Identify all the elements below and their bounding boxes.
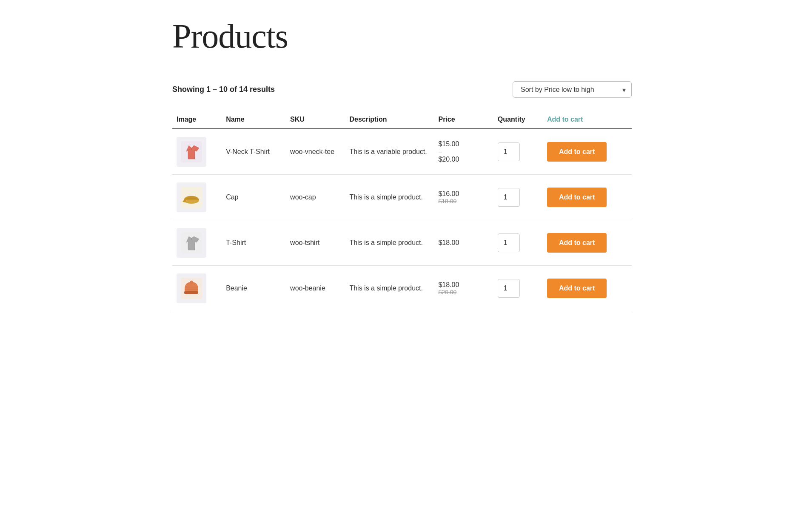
col-header-description: Description: [345, 111, 434, 129]
product-price-cell: $16.00$18.00: [434, 175, 493, 220]
table-row: Capwoo-capThis is a simple product.$16.0…: [172, 175, 632, 220]
add-to-cart-button[interactable]: Add to cart: [547, 188, 607, 207]
col-header-name: Name: [222, 111, 286, 129]
product-image-cell: [172, 266, 222, 311]
product-description: This is a simple product.: [345, 175, 434, 220]
price-range-low: $15.00: [438, 140, 459, 148]
quantity-input[interactable]: [498, 279, 520, 298]
price-range-high: $20.00: [438, 156, 459, 163]
price-range-sep: –: [438, 148, 442, 155]
product-image: [177, 228, 206, 258]
header-row: Image Name SKU Description Price Quantit…: [172, 111, 632, 129]
product-price-cell: $18.00: [434, 220, 493, 266]
table-row: Beaniewoo-beanieThis is a simple product…: [172, 266, 632, 311]
product-description: This is a variable product.: [345, 129, 434, 175]
add-to-cart-button[interactable]: Add to cart: [547, 233, 607, 253]
table-row: T-Shirtwoo-tshirtThis is a simple produc…: [172, 220, 632, 266]
product-description: This is a simple product.: [345, 220, 434, 266]
col-header-image: Image: [172, 111, 222, 129]
svg-rect-3: [187, 198, 196, 199]
product-description: This is a simple product.: [345, 266, 434, 311]
add-to-cart-cell: Add to cart: [543, 129, 632, 175]
product-image: [177, 182, 206, 212]
page-title: Products: [172, 17, 632, 56]
add-to-cart-button[interactable]: Add to cart: [547, 279, 607, 298]
quantity-input[interactable]: [498, 188, 520, 207]
col-header-add-to-cart: Add to cart: [543, 111, 632, 129]
product-qty-cell: [493, 129, 543, 175]
add-to-cart-cell: Add to cart: [543, 266, 632, 311]
product-price-cell: $15.00–$20.00: [434, 129, 493, 175]
product-qty-cell: [493, 175, 543, 220]
product-sku: woo-tshirt: [286, 220, 345, 266]
products-table: Image Name SKU Description Price Quantit…: [172, 111, 632, 311]
sort-select[interactable]: Sort by Price low to highSort by Price h…: [513, 81, 632, 98]
page-wrapper: Products Showing 1 – 10 of 14 results So…: [147, 0, 657, 328]
add-to-cart-cell: Add to cart: [543, 220, 632, 266]
svg-point-7: [190, 281, 193, 283]
product-price-current: $18.00: [438, 281, 489, 289]
quantity-input[interactable]: [498, 233, 520, 252]
product-name: T-Shirt: [222, 220, 286, 266]
table-header: Image Name SKU Description Price Quantit…: [172, 111, 632, 129]
product-image: [177, 137, 206, 167]
product-sku: woo-beanie: [286, 266, 345, 311]
svg-rect-6: [184, 291, 198, 294]
product-price-range: $15.00–$20.00: [438, 140, 489, 163]
product-name: V-Neck T-Shirt: [222, 129, 286, 175]
results-count: Showing 1 – 10 of 14 results: [172, 85, 275, 94]
product-qty-cell: [493, 266, 543, 311]
product-sku: woo-cap: [286, 175, 345, 220]
product-name: Cap: [222, 175, 286, 220]
product-image-cell: [172, 129, 222, 175]
product-image-cell: [172, 220, 222, 266]
product-image-cell: [172, 175, 222, 220]
product-name: Beanie: [222, 266, 286, 311]
sort-wrapper: Sort by Price low to highSort by Price h…: [513, 81, 632, 98]
quantity-input[interactable]: [498, 142, 520, 161]
col-header-quantity: Quantity: [493, 111, 543, 129]
add-to-cart-button[interactable]: Add to cart: [547, 142, 607, 162]
product-price-cell: $18.00$20.00: [434, 266, 493, 311]
product-price-current: $18.00: [438, 239, 489, 247]
product-sku: woo-vneck-tee: [286, 129, 345, 175]
product-price-current: $16.00: [438, 190, 489, 198]
product-image: [177, 273, 206, 303]
col-header-sku: SKU: [286, 111, 345, 129]
product-qty-cell: [493, 220, 543, 266]
table-row: V-Neck T-Shirtwoo-vneck-teeThis is a var…: [172, 129, 632, 175]
col-header-price: Price: [434, 111, 493, 129]
products-tbody: V-Neck T-Shirtwoo-vneck-teeThis is a var…: [172, 129, 632, 311]
product-price-original: $20.00: [438, 289, 489, 296]
product-price-original: $18.00: [438, 198, 489, 205]
add-to-cart-cell: Add to cart: [543, 175, 632, 220]
toolbar: Showing 1 – 10 of 14 results Sort by Pri…: [172, 81, 632, 98]
